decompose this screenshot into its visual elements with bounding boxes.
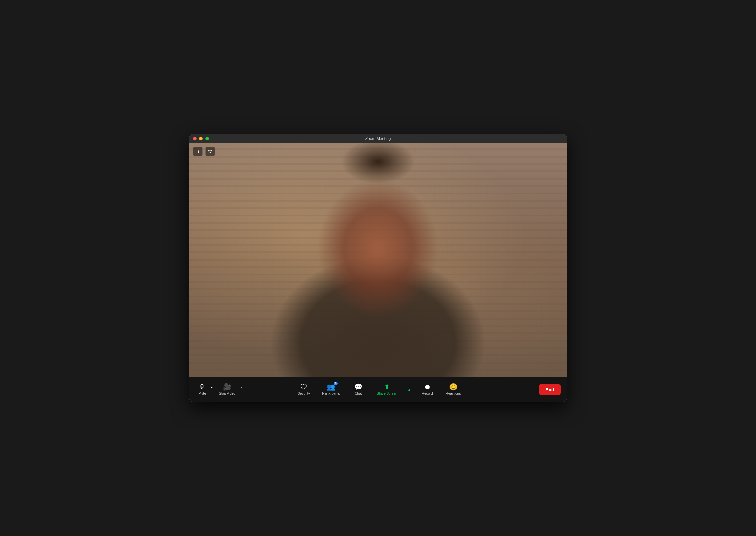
overlay-controls: ℹ 🛡 — [193, 147, 215, 156]
chat-icon: 💬 — [354, 384, 362, 390]
person-video-feed — [189, 143, 567, 377]
mute-button[interactable]: 🎙 Mute — [196, 382, 209, 397]
mute-caret-button[interactable]: ▲ — [209, 385, 214, 389]
mute-label: Mute — [198, 391, 206, 395]
participants-label: Participants — [322, 391, 340, 395]
mute-group: 🎙 Mute ▲ — [196, 382, 214, 397]
share-screen-caret-button[interactable]: ▲ — [407, 388, 412, 391]
minimize-button[interactable] — [199, 137, 203, 141]
toolbar-center: 🛡 Security 👥1 Participants 💬 Chat — [219, 382, 539, 397]
security-icon: 🛡 — [300, 384, 307, 390]
record-icon: ⏺ — [424, 384, 431, 390]
caret-up-icon: ▲ — [408, 388, 411, 391]
meeting-toolbar: 🎙 Mute ▲ 🎥 Stop Video ▲ — [189, 377, 567, 402]
end-button[interactable]: End — [539, 384, 560, 395]
caret-up-icon: ▲ — [210, 385, 213, 389]
record-label: Record — [422, 391, 433, 395]
zoom-window: Zoom Meeting ⛶ ℹ 🛡 🎙 — [189, 134, 567, 402]
participants-icon: 👥1 — [327, 384, 335, 390]
participants-count: 1 — [334, 382, 338, 385]
maximize-button[interactable] — [205, 137, 209, 141]
video-area: ℹ 🛡 — [189, 143, 567, 377]
security-label: Security — [298, 391, 310, 395]
traffic-lights — [193, 137, 209, 141]
participants-button[interactable]: 👥1 Participants — [319, 382, 343, 397]
chat-label: Chat — [355, 391, 362, 395]
shield-button[interactable]: 🛡 — [205, 147, 215, 156]
security-button[interactable]: 🛡 Security — [295, 382, 313, 397]
title-bar: Zoom Meeting ⛶ — [189, 134, 567, 143]
fullscreen-button[interactable]: ⛶ — [556, 135, 563, 142]
window-title: Zoom Meeting — [365, 136, 391, 141]
microphone-icon: 🎙 — [199, 384, 205, 390]
share-screen-icon: ⬆ — [384, 384, 390, 390]
close-button[interactable] — [193, 137, 197, 141]
chat-button[interactable]: 💬 Chat — [349, 382, 368, 397]
reactions-label: Reactions — [446, 391, 461, 395]
share-screen-label: Share Screen — [377, 391, 397, 395]
share-screen-button[interactable]: ⬆ Share Screen — [374, 382, 400, 397]
record-button[interactable]: ⏺ Record — [418, 382, 437, 397]
reactions-icon: 😊 — [449, 384, 457, 390]
toolbar-right: End — [539, 384, 560, 395]
info-icon: ℹ — [197, 149, 199, 154]
shield-icon: 🛡 — [208, 149, 212, 154]
info-button[interactable]: ℹ — [193, 147, 203, 156]
video-canvas: ℹ 🛡 — [189, 143, 567, 377]
reactions-button[interactable]: 😊 Reactions — [443, 382, 464, 397]
